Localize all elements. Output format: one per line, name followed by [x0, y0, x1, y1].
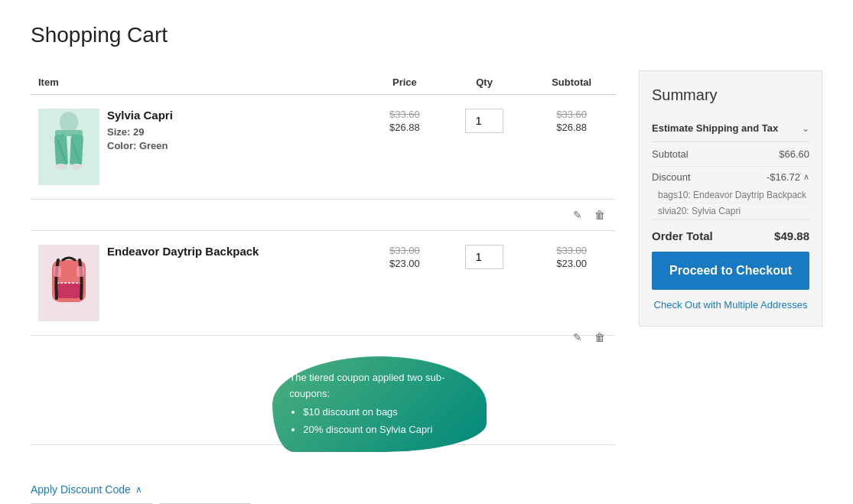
- item-color-capri: Color: Green: [107, 140, 360, 151]
- table-row: Sylvia Capri Size: 29 Color: Green $33.6…: [31, 95, 616, 200]
- svg-point-8: [70, 164, 83, 170]
- multi-address-label: Check Out with Multiple Addresses: [654, 299, 808, 311]
- item-size-capri: Size: 29: [107, 126, 360, 138]
- qty-input-backpack[interactable]: [465, 245, 503, 269]
- tooltip-row: The tiered coupon applied two sub-coupon…: [31, 336, 616, 445]
- product-image-capri: [38, 109, 99, 185]
- price-cell-capri: $33.60 $26.88: [368, 95, 441, 200]
- item-name-capri: Sylvia Capri: [107, 109, 360, 122]
- qty-header: Qty: [441, 70, 527, 95]
- discount-amount: -$16.72: [767, 171, 800, 183]
- subtotal-cell-backpack: $33.00 $23.00: [527, 231, 616, 336]
- price-original-backpack: $33.00: [376, 245, 434, 256]
- item-header: Item: [31, 70, 368, 95]
- estimate-label: Estimate Shipping and Tax: [652, 122, 778, 134]
- discount-label: Discount: [652, 171, 691, 183]
- product-image-cell: [31, 95, 99, 200]
- subtotal-final-backpack: $23.00: [535, 258, 608, 269]
- subtotal-final-capri: $26.88: [535, 122, 608, 133]
- sub-coupon-2: slvia20: Sylvia Capri: [652, 203, 809, 219]
- tooltip-bullet-2: 20% discount on Sylvia Capri: [303, 422, 470, 438]
- delete-button-backpack[interactable]: 🗑: [591, 330, 608, 345]
- svg-point-7: [55, 164, 67, 170]
- sub-coupon-1: bags10: Endeavor Daytrip Backpack: [652, 187, 809, 203]
- subtotal-cell-capri: $33.60 $26.88: [527, 95, 616, 200]
- svg-point-1: [60, 112, 78, 133]
- order-total-label: Order Total: [652, 229, 713, 242]
- summary-title: Summary: [652, 86, 809, 104]
- qty-cell-capri: [441, 95, 527, 200]
- estimate-shipping-row[interactable]: Estimate Shipping and Tax ⌄: [652, 115, 809, 142]
- subtotal-value: $66.60: [779, 148, 809, 160]
- tooltip-bullet-1: $10 discount on bags: [303, 405, 470, 421]
- subtotal-header: Subtotal: [527, 70, 616, 95]
- cart-section: Item Price Qty Subtotal: [31, 70, 616, 504]
- cart-table: Item Price Qty Subtotal: [31, 70, 616, 445]
- summary-section: Summary Estimate Shipping and Tax ⌄ Subt…: [639, 70, 822, 504]
- apply-discount-label: Apply Discount Code: [31, 483, 131, 496]
- discount-section: Apply Discount Code ∧ Cancel Coupon: [31, 468, 616, 504]
- estimate-chevron-icon: ⌄: [802, 123, 809, 134]
- checkout-button[interactable]: Proceed to Checkout: [652, 252, 809, 290]
- qty-input-capri[interactable]: [465, 109, 503, 133]
- discount-expand-icon: ∧: [803, 172, 809, 182]
- multi-address-link[interactable]: Check Out with Multiple Addresses: [652, 299, 809, 311]
- svg-rect-15: [77, 266, 84, 277]
- actions-row-capri: ✎ 🗑: [31, 200, 616, 231]
- row-actions-capri: ✎ 🗑: [38, 201, 608, 223]
- apply-discount-button[interactable]: Apply Discount Code ∧: [31, 483, 142, 496]
- svg-rect-12: [57, 283, 81, 298]
- price-final-backpack: $23.00: [376, 258, 434, 269]
- table-row: Endeavor Daytrip Backpack $33.00 $23.00 …: [31, 231, 616, 336]
- svg-rect-4: [70, 135, 83, 166]
- summary-box: Summary Estimate Shipping and Tax ⌄ Subt…: [639, 70, 822, 327]
- item-name-backpack: Endeavor Daytrip Backpack: [107, 245, 360, 258]
- edit-button-capri[interactable]: ✎: [570, 207, 585, 223]
- subtotal-label: Subtotal: [652, 148, 689, 160]
- discount-value: -$16.72 ∧: [767, 171, 809, 183]
- edit-button-backpack[interactable]: ✎: [570, 330, 585, 345]
- tooltip-bubble: The tiered coupon applied two sub-coupon…: [272, 356, 487, 452]
- discount-block: Discount -$16.72 ∧ bags10: Endeavor Dayt…: [652, 167, 809, 220]
- discount-chevron-icon: ∧: [135, 484, 142, 495]
- svg-rect-14: [54, 266, 61, 277]
- delete-button-capri[interactable]: 🗑: [591, 207, 608, 223]
- price-cell-backpack: $33.00 $23.00: [368, 231, 441, 336]
- subtotal-original-capri: $33.60: [535, 109, 608, 120]
- order-total-row: Order Total $49.88: [652, 220, 809, 252]
- price-header: Price: [368, 70, 441, 95]
- row-actions-backpack: ✎ 🗑: [570, 324, 608, 345]
- price-final-capri: $26.88: [376, 122, 434, 133]
- checkout-label: Proceed to Checkout: [669, 264, 792, 277]
- product-image-backpack: [38, 245, 99, 321]
- price-original-capri: $33.60: [376, 109, 434, 120]
- order-total-value: $49.88: [774, 229, 809, 242]
- qty-cell-backpack: [441, 231, 527, 336]
- tooltip-bullets: $10 discount on bags 20% discount on Syl…: [289, 405, 470, 438]
- page-title: Shopping Cart: [31, 23, 822, 47]
- product-info-backpack: Endeavor Daytrip Backpack: [99, 231, 368, 336]
- subtotal-original-backpack: $33.00: [535, 245, 608, 256]
- product-image-cell-backpack: [31, 231, 99, 336]
- discount-row: Discount -$16.72 ∧: [652, 167, 809, 187]
- product-info-capri: Sylvia Capri Size: 29 Color: Green: [99, 95, 368, 200]
- tooltip-text: The tiered coupon applied two sub-coupon…: [289, 372, 444, 399]
- subtotal-row: Subtotal $66.60: [652, 142, 809, 167]
